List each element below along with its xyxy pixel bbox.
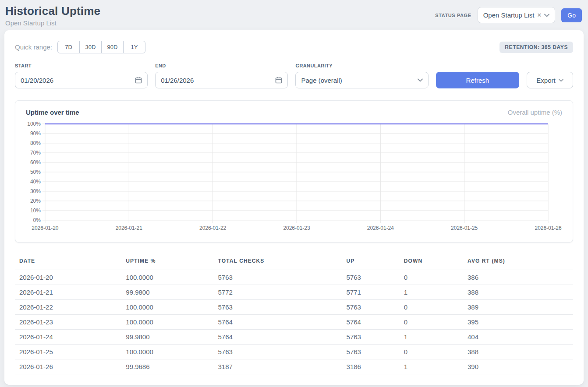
quick-range-90d-button[interactable]: 90D — [101, 41, 124, 53]
table-cell: 5763 — [342, 345, 400, 359]
granularity-label: GRANULARITY — [295, 63, 428, 68]
table-row: 2026-01-22100.0000576357630389 — [15, 300, 573, 315]
table-cell: 404 — [463, 330, 573, 345]
calendar-icon[interactable] — [135, 77, 142, 84]
table-cell: 2026-01-25 — [15, 345, 121, 359]
svg-text:60%: 60% — [30, 159, 41, 165]
main-card: Quick range: 7D 30D 90D 1Y RETENTION: 36… — [4, 30, 584, 385]
svg-text:0%: 0% — [33, 217, 41, 223]
table-cell: 5763 — [214, 300, 342, 315]
table-row: 2026-01-2699.9686318731861390 — [15, 359, 573, 374]
table-cell: 100.0000 — [121, 270, 213, 285]
table-cell: 2026-01-20 — [15, 270, 121, 285]
calendar-icon[interactable] — [275, 77, 282, 84]
start-date-input[interactable]: 01/20/2026 — [15, 72, 148, 88]
table-cell: 2026-01-23 — [15, 315, 121, 330]
table-cell: 389 — [463, 300, 573, 315]
export-button[interactable]: Export — [527, 72, 573, 88]
svg-text:10%: 10% — [30, 208, 41, 214]
svg-text:100%: 100% — [27, 121, 41, 127]
svg-text:2026-01-25: 2026-01-25 — [451, 225, 478, 231]
export-button-label: Export — [536, 77, 555, 84]
table-row: 2026-01-25100.0000576357630388 — [15, 345, 573, 359]
end-date-field: END 01/26/2026 — [155, 63, 288, 88]
quick-range-label: Quick range: — [15, 43, 52, 51]
end-date-value: 01/26/2026 — [161, 77, 194, 84]
svg-text:80%: 80% — [30, 140, 41, 146]
chart-title: Uptime over time — [26, 109, 79, 116]
table-cell: 2026-01-26 — [15, 359, 121, 374]
uptime-table-body: 2026-01-20100.00005763576303862026-01-21… — [15, 270, 573, 374]
quick-range-7d-button[interactable]: 7D — [57, 41, 80, 53]
table-cell: 99.9686 — [121, 359, 213, 374]
quick-range-row: Quick range: 7D 30D 90D 1Y RETENTION: 36… — [15, 41, 573, 53]
topbar-right: STATUS PAGE Open Startup List ✕ Go — [435, 7, 582, 23]
svg-text:2026-01-20: 2026-01-20 — [32, 225, 58, 231]
uptime-chart: 0%10%20%30%40%50%60%70%80%90%100%2026-01… — [26, 120, 562, 235]
start-date-label: START — [15, 63, 148, 68]
page-title: Historical Uptime — [5, 4, 100, 18]
end-date-input[interactable]: 01/26/2026 — [155, 72, 288, 88]
quick-range-1y-button[interactable]: 1Y — [123, 41, 145, 53]
go-button[interactable]: Go — [561, 8, 582, 22]
table-cell: 388 — [463, 285, 573, 300]
svg-text:20%: 20% — [30, 198, 41, 204]
table-cell: 3186 — [342, 359, 400, 374]
table-cell: 0 — [400, 315, 463, 330]
column-header-total-checks: TOTAL CHECKS — [214, 254, 342, 270]
table-cell: 1 — [400, 285, 463, 300]
table-cell: 5771 — [342, 285, 400, 300]
start-date-field: START 01/20/2026 — [15, 63, 148, 88]
svg-text:70%: 70% — [30, 150, 41, 156]
column-header-up: UP — [342, 254, 400, 270]
column-header-down: DOWN — [400, 254, 463, 270]
table-cell: 5764 — [214, 330, 342, 345]
chevron-down-icon — [544, 14, 549, 17]
table-cell: 5763 — [342, 330, 400, 345]
table-cell: 395 — [463, 315, 573, 330]
uptime-table: DATE UPTIME % TOTAL CHECKS UP DOWN AVG R… — [15, 254, 573, 374]
chevron-down-icon — [418, 78, 423, 82]
end-date-label: END — [155, 63, 288, 68]
svg-text:90%: 90% — [30, 130, 41, 137]
column-header-date: DATE — [15, 254, 121, 270]
status-page-select[interactable]: Open Startup List ✕ — [478, 7, 556, 23]
topbar: Historical Uptime Open Startup List STAT… — [0, 0, 588, 29]
table-cell: 0 — [400, 270, 463, 285]
table-cell: 0 — [400, 345, 463, 359]
granularity-select[interactable]: Page (overall) — [295, 72, 428, 88]
title-block: Historical Uptime Open Startup List — [5, 4, 100, 27]
table-cell: 388 — [463, 345, 573, 359]
page-subtitle: Open Startup List — [5, 19, 100, 27]
table-cell: 1 — [400, 359, 463, 374]
table-row: 2026-01-2199.9800577257711388 — [15, 285, 573, 300]
chart-header: Uptime over time Overall uptime (%) — [26, 109, 562, 116]
filter-form-row: START 01/20/2026 END 01/26/2026 GRANULAR… — [15, 63, 573, 88]
granularity-selected-value: Page (overall) — [301, 77, 342, 84]
table-row: 2026-01-20100.0000576357630386 — [15, 270, 573, 285]
table-cell: 0 — [400, 300, 463, 315]
status-page-label: STATUS PAGE — [435, 13, 471, 18]
table-cell: 3187 — [214, 359, 342, 374]
table-cell: 100.0000 — [121, 345, 213, 359]
table-cell: 2026-01-21 — [15, 285, 121, 300]
svg-text:2026-01-23: 2026-01-23 — [283, 225, 310, 231]
quick-range-30d-button[interactable]: 30D — [79, 41, 102, 53]
table-cell: 2026-01-24 — [15, 330, 121, 345]
svg-text:50%: 50% — [30, 169, 41, 175]
table-cell: 390 — [463, 359, 573, 374]
refresh-button[interactable]: Refresh — [436, 72, 519, 88]
table-cell: 99.9800 — [121, 330, 213, 345]
svg-text:2026-01-21: 2026-01-21 — [116, 225, 142, 231]
svg-text:2026-01-22: 2026-01-22 — [199, 225, 226, 231]
table-cell: 5763 — [214, 270, 342, 285]
table-cell: 5763 — [342, 300, 400, 315]
table-cell: 5763 — [214, 345, 342, 359]
svg-text:2026-01-24: 2026-01-24 — [367, 225, 394, 231]
svg-text:2026-01-26: 2026-01-26 — [535, 225, 561, 231]
status-page-selected-value: Open Startup List — [483, 11, 535, 19]
chart-legend: Overall uptime (%) — [508, 109, 562, 116]
table-cell: 99.9800 — [121, 285, 213, 300]
clear-selection-icon[interactable]: ✕ — [537, 12, 542, 18]
table-row: 2026-01-2499.9800576457631404 — [15, 330, 573, 345]
